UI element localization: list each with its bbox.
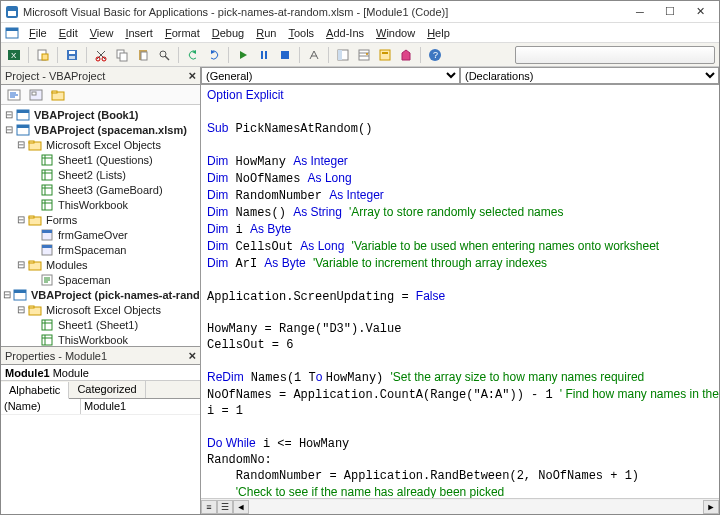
close-button[interactable]: ✕: [685, 3, 715, 21]
collapse-icon[interactable]: ⊟: [3, 109, 14, 120]
tree-label[interactable]: Microsoft Excel Objects: [44, 304, 163, 316]
tree-node[interactable]: ThisWorkbook: [3, 197, 198, 212]
project-pane-close-icon[interactable]: ×: [188, 68, 196, 83]
code-hscrollbar[interactable]: ≡ ☰ ◄ ►: [201, 498, 719, 514]
tree-node[interactable]: frmSpaceman: [3, 242, 198, 257]
code-dropdown-bar: (General) (Declarations): [201, 67, 719, 85]
tree-label[interactable]: frmGameOver: [56, 229, 130, 241]
tree-node[interactable]: ⊟Microsoft Excel Objects: [3, 137, 198, 152]
svg-rect-17: [141, 52, 147, 60]
object-dropdown[interactable]: (General): [201, 67, 460, 84]
menu-insert[interactable]: Insert: [119, 25, 159, 41]
svg-rect-47: [29, 141, 34, 143]
insert-button[interactable]: [34, 46, 52, 64]
menu-help[interactable]: Help: [421, 25, 456, 41]
menu-window[interactable]: Window: [370, 25, 421, 41]
code-editor[interactable]: Option Explicit Sub PickNamesAtRandom() …: [201, 85, 719, 498]
properties-object-selector[interactable]: Module1 Module: [1, 365, 200, 381]
tree-node[interactable]: ⊟VBAProject (spaceman.xlsm): [3, 122, 198, 137]
run-button[interactable]: [234, 46, 252, 64]
tree-node[interactable]: ⊟Microsoft Excel Objects: [3, 302, 198, 317]
paste-button[interactable]: [134, 46, 152, 64]
menu-add-ins[interactable]: Add-Ins: [320, 25, 370, 41]
tree-label[interactable]: Sheet1 (Sheet1): [56, 319, 140, 331]
tree-label[interactable]: VBAProject (Book1): [32, 109, 141, 121]
menu-file[interactable]: File: [23, 25, 53, 41]
tree-node[interactable]: ⊟Forms: [3, 212, 198, 227]
sht-icon: [40, 334, 54, 346]
tree-node[interactable]: ⊟VBAProject (Book1): [3, 107, 198, 122]
proj-icon: [16, 124, 30, 136]
properties-grid[interactable]: (Name)Module1: [1, 399, 200, 514]
scroll-mode-proc-icon[interactable]: ≡: [201, 500, 217, 514]
tree-label[interactable]: Sheet2 (Lists): [56, 169, 128, 181]
reset-button[interactable]: [276, 46, 294, 64]
menu-debug[interactable]: Debug: [206, 25, 250, 41]
undo-button[interactable]: [184, 46, 202, 64]
project-explorer-button[interactable]: [334, 46, 352, 64]
tree-node[interactable]: ⊟Modules: [3, 257, 198, 272]
collapse-icon[interactable]: ⊟: [3, 289, 11, 300]
collapse-icon[interactable]: ⊟: [3, 124, 14, 135]
object-box[interactable]: [515, 46, 715, 64]
tree-label[interactable]: Microsoft Excel Objects: [44, 139, 163, 151]
collapse-icon[interactable]: ⊟: [15, 214, 26, 225]
project-tree[interactable]: ⊟VBAProject (Book1)⊟VBAProject (spaceman…: [1, 105, 200, 346]
tree-label[interactable]: frmSpaceman: [56, 244, 128, 256]
collapse-icon[interactable]: ⊟: [15, 304, 26, 315]
view-object-button[interactable]: [27, 86, 45, 104]
tree-node[interactable]: Spaceman: [3, 272, 198, 287]
tree-label[interactable]: VBAProject (spaceman.xlsm): [32, 124, 189, 136]
scroll-mode-full-icon[interactable]: ☰: [217, 500, 233, 514]
menu-view[interactable]: View: [84, 25, 120, 41]
scroll-left-icon[interactable]: ◄: [233, 500, 249, 514]
design-mode-button[interactable]: [305, 46, 323, 64]
tree-label[interactable]: ThisWorkbook: [56, 199, 130, 211]
property-value[interactable]: Module1: [81, 399, 200, 414]
help-button[interactable]: ?: [426, 46, 444, 64]
svg-rect-45: [17, 125, 29, 128]
copy-button[interactable]: [113, 46, 131, 64]
toggle-folders-button[interactable]: [49, 86, 67, 104]
tree-node[interactable]: ThisWorkbook: [3, 332, 198, 346]
menu-format[interactable]: Format: [159, 25, 206, 41]
menu-edit[interactable]: Edit: [53, 25, 84, 41]
save-button[interactable]: [63, 46, 81, 64]
menu-tools[interactable]: Tools: [282, 25, 320, 41]
tree-node[interactable]: Sheet1 (Sheet1): [3, 317, 198, 332]
tree-label[interactable]: Forms: [44, 214, 79, 226]
scroll-right-icon[interactable]: ►: [703, 500, 719, 514]
tab-alphabetic[interactable]: Alphabetic: [1, 382, 69, 399]
break-button[interactable]: [255, 46, 273, 64]
tree-label[interactable]: Modules: [44, 259, 90, 271]
tree-node[interactable]: frmGameOver: [3, 227, 198, 242]
svg-rect-11: [69, 56, 75, 59]
tree-node[interactable]: ⊟VBAProject (pick-names-at-random.xlsm): [3, 287, 198, 302]
view-excel-button[interactable]: X: [5, 46, 23, 64]
procedure-dropdown[interactable]: (Declarations): [460, 67, 719, 84]
svg-rect-75: [29, 306, 34, 308]
view-code-button[interactable]: [5, 86, 23, 104]
collapse-icon[interactable]: ⊟: [15, 139, 26, 150]
tree-node[interactable]: Sheet2 (Lists): [3, 167, 198, 182]
redo-button[interactable]: [205, 46, 223, 64]
property-row[interactable]: (Name)Module1: [1, 399, 200, 415]
tree-label[interactable]: Spaceman: [56, 274, 113, 286]
object-browser-button[interactable]: [376, 46, 394, 64]
tree-label[interactable]: Sheet1 (Questions): [56, 154, 155, 166]
cut-button[interactable]: [92, 46, 110, 64]
menu-run[interactable]: Run: [250, 25, 282, 41]
maximize-button[interactable]: ☐: [655, 3, 685, 21]
minimize-button[interactable]: ─: [625, 3, 655, 21]
find-button[interactable]: [155, 46, 173, 64]
tab-categorized[interactable]: Categorized: [69, 381, 145, 398]
tree-label[interactable]: ThisWorkbook: [56, 334, 130, 346]
properties-button[interactable]: [355, 46, 373, 64]
tree-label[interactable]: VBAProject (pick-names-at-random.xlsm): [29, 289, 200, 301]
tree-node[interactable]: Sheet1 (Questions): [3, 152, 198, 167]
properties-pane-close-icon[interactable]: ×: [188, 348, 196, 363]
toolbox-button[interactable]: [397, 46, 415, 64]
tree-node[interactable]: Sheet3 (GameBoard): [3, 182, 198, 197]
tree-label[interactable]: Sheet3 (GameBoard): [56, 184, 165, 196]
collapse-icon[interactable]: ⊟: [15, 259, 26, 270]
